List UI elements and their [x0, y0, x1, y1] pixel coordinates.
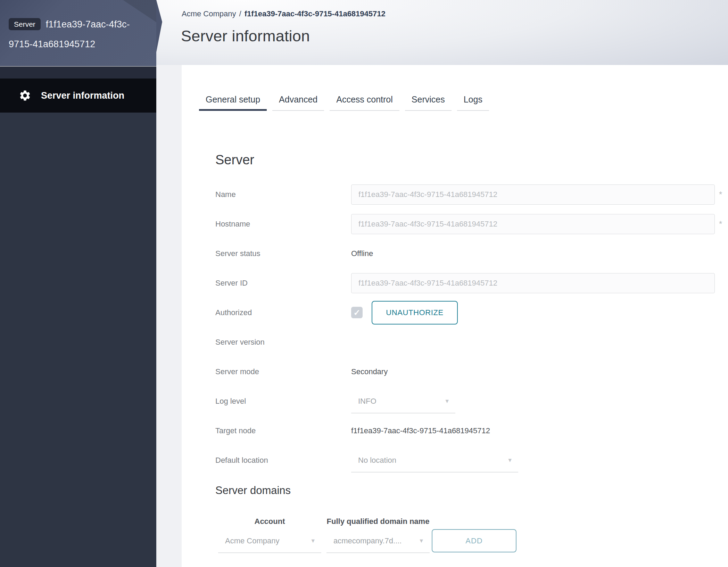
settings-card: General setup Advanced Access control Se… [182, 65, 728, 567]
default-location-select[interactable]: No location ▼ [351, 456, 518, 472]
main-content: Acme Company/f1f1ea39-7aac-4f3c-9715-41a… [156, 0, 728, 567]
tab-logs[interactable]: Logs [457, 94, 489, 111]
sidebar-item-server-information[interactable]: Server information [0, 79, 156, 113]
field-row-server-id: Server ID [215, 268, 728, 298]
server-id-line1: f1f1ea39-7aac-4f3c- [46, 19, 130, 30]
section-title-server-domains: Server domains [215, 484, 728, 497]
gear-icon [19, 89, 31, 102]
chevron-down-icon: ▼ [310, 536, 316, 545]
hostname-required-mark: * [719, 219, 722, 229]
server-domains-header-row: Account Fully qualified domain name [218, 517, 728, 526]
fqdn-select-value: acmecompany.7d.... [333, 536, 402, 545]
unauthorize-button[interactable]: UNAUTHORIZE [372, 301, 458, 324]
page-header: Acme Company/f1f1ea39-7aac-4f3c-9715-41a… [156, 0, 728, 65]
field-row-name: Name * [215, 180, 728, 209]
server-id-input[interactable] [351, 273, 715, 293]
field-row-log-level: Log level INFO ▼ [215, 386, 728, 416]
page-title: Server information [181, 27, 310, 45]
tab-services[interactable]: Services [405, 94, 452, 111]
default-location-label: Default location [215, 456, 351, 465]
target-node-value: f1f1ea39-7aac-4f3c-9715-41a681945712 [351, 426, 490, 435]
sidebar-server-identity: Serverf1f1ea39-7aac-4f3c- 9715-41a681945… [9, 15, 151, 54]
sidebar-nav-spacer [0, 67, 156, 79]
field-row-server-mode: Server mode Secondary [215, 357, 728, 386]
server-id-label: Server ID [215, 279, 351, 288]
sidebar-server-header: Serverf1f1ea39-7aac-4f3c- 9715-41a681945… [0, 0, 156, 66]
chevron-down-icon: ▼ [507, 456, 513, 465]
server-mode-label: Server mode [215, 367, 351, 376]
field-row-server-version: Server version [215, 327, 728, 357]
server-version-label: Server version [215, 338, 351, 347]
authorized-checkbox[interactable]: ✓ [351, 307, 363, 318]
sidebar: Serverf1f1ea39-7aac-4f3c- 9715-41a681945… [0, 0, 156, 567]
server-domains-table: Account Fully qualified domain name Acme… [218, 517, 728, 552]
server-status-label: Server status [215, 249, 351, 258]
sidebar-item-label: Server information [41, 90, 124, 101]
breadcrumb-parent-link[interactable]: Acme Company [182, 9, 236, 18]
server-status-value: Offline [351, 249, 373, 258]
server-mode-value: Secondary [351, 367, 388, 376]
breadcrumb-current: f1f1ea39-7aac-4f3c-9715-41a681945712 [245, 9, 386, 18]
add-domain-button[interactable]: ADD [432, 529, 516, 552]
name-required-mark: * [719, 190, 722, 199]
default-location-value: No location [358, 456, 396, 465]
server-id-line2: 9715-41a681945712 [9, 39, 95, 49]
server-type-badge: Server [9, 18, 41, 30]
tab-access-control[interactable]: Access control [330, 94, 399, 111]
server-form: Name * Hostname * Server status Offline … [215, 180, 728, 475]
field-row-default-location: Default location No location ▼ [215, 445, 728, 475]
fqdn-column-header: Fully qualified domain name [326, 517, 430, 526]
name-input[interactable] [351, 184, 715, 205]
log-level-label: Log level [215, 397, 351, 406]
log-level-select[interactable]: INFO ▼ [351, 397, 455, 413]
tab-advanced[interactable]: Advanced [272, 94, 324, 111]
section-title-server: Server [215, 153, 728, 167]
log-level-value: INFO [358, 397, 377, 406]
tab-bar: General setup Advanced Access control Se… [199, 94, 728, 111]
breadcrumb-separator: / [239, 9, 241, 18]
authorized-label: Authorized [215, 308, 351, 317]
account-column-header: Account [218, 517, 321, 526]
field-row-authorized: Authorized ✓ UNAUTHORIZE [215, 298, 728, 327]
hostname-input[interactable] [351, 214, 715, 234]
tab-general-setup[interactable]: General setup [199, 94, 267, 111]
chevron-down-icon: ▼ [444, 397, 450, 406]
chevron-down-icon: ▼ [419, 536, 424, 545]
account-select-value: Acme Company [225, 536, 280, 545]
checkmark-icon: ✓ [353, 308, 360, 318]
hostname-label: Hostname [215, 220, 351, 229]
field-row-hostname: Hostname * [215, 209, 728, 239]
account-select[interactable]: Acme Company ▼ [218, 536, 321, 553]
target-node-label: Target node [215, 426, 351, 435]
name-label: Name [215, 190, 351, 199]
field-row-server-status: Server status Offline [215, 239, 728, 268]
breadcrumb: Acme Company/f1f1ea39-7aac-4f3c-9715-41a… [182, 9, 386, 18]
add-domain-row: Acme Company ▼ acmecompany.7d.... ▼ ADD [218, 529, 728, 552]
fqdn-select[interactable]: acmecompany.7d.... ▼ [326, 536, 430, 553]
field-row-target-node: Target node f1f1ea39-7aac-4f3c-9715-41a6… [215, 416, 728, 445]
